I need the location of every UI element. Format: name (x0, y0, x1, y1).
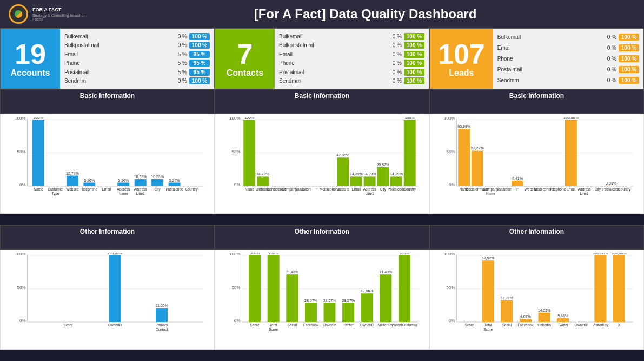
section-header: Basic Information (0, 89, 215, 114)
svg-rect-99 (605, 186, 617, 186)
svg-rect-144 (361, 293, 373, 322)
svg-rect-65 (390, 176, 402, 186)
svg-text:Twitter: Twitter (558, 323, 569, 327)
field-name: Bulkemail (497, 34, 601, 40)
svg-text:0%: 0% (234, 182, 241, 187)
svg-text:Total: Total (270, 323, 277, 327)
svg-text:100%: 100% (250, 253, 260, 255)
svg-text:Email: Email (102, 187, 111, 191)
svg-rect-132 (286, 274, 298, 322)
field-badge: 100 % (404, 33, 424, 40)
svg-rect-41 (243, 120, 255, 186)
field-pct: 0 % (387, 34, 402, 40)
svg-text:100,00%: 100,00% (612, 253, 627, 255)
field-badge: 100 % (619, 66, 639, 73)
field-name: Sendmm (279, 78, 387, 84)
field-row: Phone 5 % 95 % (64, 60, 210, 67)
svg-rect-125 (249, 255, 261, 322)
svg-text:0%: 0% (19, 318, 26, 323)
field-name: Email (497, 45, 601, 51)
svg-text:50%: 50% (17, 149, 25, 154)
stat-panel-accounts: 19Accounts Bulkemail 0 % 100 % Bulkposta… (0, 28, 215, 89)
svg-text:Telephone: Telephone (549, 187, 566, 192)
svg-text:50%: 50% (17, 285, 25, 290)
field-pct: 0 % (601, 56, 616, 62)
stat-number-area-leads: 107Leads (430, 29, 493, 89)
svg-text:OwnerID: OwnerID (360, 323, 374, 327)
svg-text:32,71%: 32,71% (500, 296, 513, 300)
field-row: Postalmail 0 % 100 % (279, 69, 424, 76)
field-badge: 100 % (189, 42, 210, 49)
svg-text:100%: 100% (229, 253, 240, 257)
svg-text:LinkedIn: LinkedIn (323, 323, 336, 327)
svg-text:14,29%: 14,29% (363, 172, 376, 176)
svg-rect-15 (83, 183, 95, 186)
stat-number-area-accounts: 19Accounts (1, 29, 60, 89)
svg-text:5,26%: 5,26% (169, 179, 180, 182)
field-name: Postalmail (279, 69, 387, 75)
field-pct: 0 % (387, 42, 402, 48)
field-name: Bulkemail (64, 34, 172, 40)
svg-rect-114 (156, 308, 168, 322)
svg-rect-81 (472, 150, 483, 186)
field-name: Postalmail (64, 69, 172, 75)
svg-rect-62 (377, 167, 389, 186)
svg-text:50%: 50% (446, 149, 455, 154)
svg-text:14,29%: 14,29% (390, 172, 403, 176)
section-header: Basic Information (215, 89, 429, 114)
svg-rect-178 (594, 255, 606, 322)
field-row: Phone 0 % 100 % (279, 60, 424, 67)
field-badge: 100 % (619, 77, 639, 84)
svg-rect-174 (557, 318, 569, 322)
svg-rect-168 (520, 319, 532, 322)
chart-contacts_other: 100%50%0%100%Score100%TotalScore71,43%So… (215, 250, 429, 350)
section-header: Basic Information (429, 89, 644, 114)
field-name: Bulkpostalmail (64, 42, 172, 48)
svg-text:OwnerID: OwnerID (108, 323, 122, 327)
svg-text:100%: 100% (400, 253, 409, 255)
svg-text:Score: Score (250, 323, 260, 327)
svg-text:53,27%: 53,27% (471, 146, 484, 150)
field-row: Bulkemail 0 % 100 % (497, 34, 639, 41)
svg-rect-171 (539, 313, 550, 322)
svg-text:Name: Name (34, 187, 43, 191)
svg-rect-44 (257, 176, 269, 186)
svg-text:City: City (595, 187, 601, 192)
svg-text:100%: 100% (244, 117, 254, 119)
svg-rect-138 (324, 303, 336, 322)
svg-text:100,00%: 100,00% (593, 253, 608, 255)
svg-rect-181 (613, 255, 625, 322)
field-row: Email 0 % 100 % (497, 44, 639, 51)
svg-text:Name: Name (119, 192, 129, 195)
svg-text:14,29%: 14,29% (350, 172, 363, 176)
svg-text:0%: 0% (234, 318, 241, 323)
field-pct: 5 % (172, 60, 187, 66)
svg-rect-30 (169, 183, 181, 186)
svg-rect-111 (109, 255, 121, 322)
stat-fields-leads: Bulkemail 0 % 100 % Email 0 % 100 % Phon… (493, 29, 643, 89)
field-pct: 0 % (172, 78, 187, 84)
header: FOR A FACT Strategy & Consulting based o… (0, 0, 644, 28)
field-pct: 0 % (601, 67, 616, 73)
svg-text:Line1: Line1 (366, 192, 374, 195)
svg-text:Address: Address (117, 187, 130, 191)
chart-accounts_basic: 100%50%0%100%NameCustomerType15,79%Websi… (0, 114, 215, 214)
svg-rect-150 (399, 255, 410, 322)
svg-text:Score: Score (465, 323, 474, 327)
field-name: Bulkpostalmail (279, 42, 387, 48)
svg-text:Score: Score (64, 323, 73, 327)
stat-label-leads: Leads (449, 68, 474, 78)
svg-text:28,57%: 28,57% (323, 299, 336, 303)
field-badge: 100 % (189, 77, 210, 84)
stat-fields-accounts: Bulkemail 0 % 100 % Bulkpostalmail 0 % 1… (60, 29, 214, 89)
field-pct: 0 % (601, 45, 616, 51)
svg-text:Primary: Primary (156, 323, 168, 327)
svg-rect-55 (350, 176, 362, 186)
svg-text:21,05%: 21,05% (155, 304, 168, 307)
svg-text:City: City (380, 187, 387, 192)
svg-text:5,61%: 5,61% (557, 314, 568, 318)
svg-text:14,02%: 14,02% (538, 309, 551, 312)
svg-text:Postalcode: Postalcode (166, 187, 184, 191)
page-title: [For A Fact] Data Quality Dashboard (95, 6, 635, 22)
stat-panel-contacts: 7Contacts Bulkemail 0 % 100 % Bulkpostal… (215, 28, 429, 89)
